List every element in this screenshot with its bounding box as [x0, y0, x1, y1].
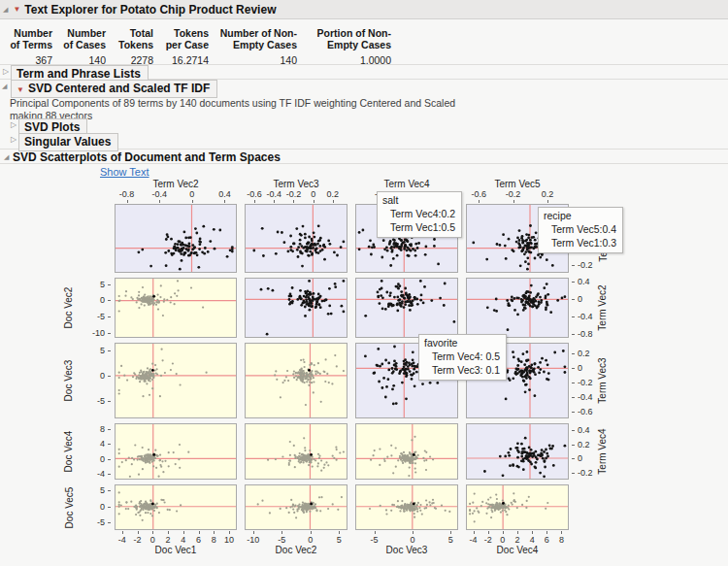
- scatter-panel-term-vec2-vs-term-vec5[interactable]: [466, 278, 569, 338]
- scatter-canvas: [246, 205, 347, 272]
- scatter-panel-doc-vec3-vs-doc-vec2[interactable]: [245, 343, 347, 418]
- axis-tick-mark: [108, 376, 111, 377]
- axis-tick-label: 0.2: [327, 189, 340, 199]
- axis-tick-mark: [159, 200, 160, 203]
- axis-tick-label: -4: [470, 535, 478, 545]
- axis-tick-mark: [572, 282, 575, 283]
- axis-tick-label: 0.2: [578, 440, 590, 449]
- axis-tick-label: -5: [97, 396, 105, 406]
- axis-tick-mark: [152, 531, 153, 534]
- axis-tick-label: 4: [181, 535, 185, 545]
- scatter-panel-doc-vec5-vs-doc-vec1[interactable]: [115, 484, 237, 530]
- axis-label-doc-vec4: Doc Vec4: [61, 423, 75, 480]
- axis-tick-label: 8: [559, 535, 564, 545]
- axis-tick-label: 0: [578, 453, 582, 463]
- jmp-report-window: ◢ ▼ Text Explorer for Potato Chip Produc…: [0, 0, 728, 566]
- axis-tick-mark: [517, 531, 518, 534]
- axis-tick-label: -0.2: [506, 189, 521, 199]
- axis-tick-label: -0.4: [151, 189, 167, 199]
- scatter-panel-doc-vec4-vs-doc-vec2[interactable]: [245, 423, 347, 480]
- axis-tick-label: 2: [514, 535, 519, 545]
- axis-tick-mark: [339, 531, 340, 534]
- axis-tick-mark: [108, 474, 111, 475]
- axis-tick-mark: [572, 383, 575, 383]
- axis-tick-mark: [168, 531, 169, 534]
- scatter-panel-doc-vec3-vs-doc-vec1[interactable]: [115, 343, 237, 418]
- scatter-canvas: [116, 424, 236, 479]
- scatter-canvas: [356, 424, 457, 479]
- axis-tick-mark: [183, 531, 184, 534]
- scatter-canvas: [356, 279, 457, 337]
- scatter-panel-term-vec1-vs-term-vec3[interactable]: [245, 204, 347, 273]
- scatter-panel-doc-vec4-vs-doc-vec3[interactable]: [355, 423, 458, 480]
- tooltip-value-line: Term Vec1:0.5: [382, 220, 455, 234]
- scatter-panel-doc-vec5-vs-doc-vec4[interactable]: [466, 484, 569, 530]
- tooltip-value-line: Term Vec3: 0.1: [424, 363, 500, 377]
- axis-tick-label: 5: [100, 346, 105, 355]
- tooltip-favorite: favoriteTerm Vec4: 0.5Term Vec3: 0.1: [418, 334, 507, 381]
- axis-tick-mark: [311, 531, 312, 534]
- axis-tick-mark: [293, 200, 294, 203]
- tooltip-term-label: favorite: [424, 337, 500, 349]
- axis-tick-mark: [547, 200, 548, 203]
- axis-tick-label: -0.8: [578, 329, 593, 339]
- axis-tick-label: -0.2: [578, 468, 593, 478]
- axis-label-doc-vec3: Doc Vec3: [61, 343, 75, 418]
- axis-tick-mark: [214, 531, 215, 534]
- axis-tick-mark: [513, 200, 514, 203]
- scatter-panel-term-vec1-vs-term-vec2[interactable]: [115, 204, 237, 273]
- scatter-panel-term-vec4-vs-term-vec5[interactable]: [466, 423, 569, 480]
- axis-tick-mark: [254, 200, 255, 203]
- axis-tick-label: 0: [100, 454, 105, 464]
- axis-label-term-vec3: Term Vec3: [595, 343, 609, 418]
- axis-ticks-bottom-doc-vec1: -4-20246810: [115, 531, 237, 545]
- scatter-canvas: [246, 485, 347, 529]
- axis-tick-mark: [572, 430, 575, 431]
- axis-tick-label: -0.2: [578, 378, 593, 387]
- axis-tick-mark: [122, 531, 123, 534]
- scatter-panel-doc-vec5-vs-doc-vec3[interactable]: [355, 484, 458, 530]
- scatter-panel-doc-vec2-vs-doc-vec1[interactable]: [115, 278, 237, 338]
- axis-tick-mark: [474, 531, 475, 534]
- axis-ticks-bottom-doc-vec3: -505: [355, 531, 458, 545]
- axis-tick-mark: [108, 522, 111, 523]
- scatter-panel-doc-vec4-vs-doc-vec1[interactable]: [115, 423, 237, 480]
- axis-tick-mark: [479, 200, 480, 203]
- axis-tick-mark: [108, 490, 111, 491]
- axis-tick-label: -5: [97, 312, 105, 321]
- axis-tick-label: 5: [448, 535, 453, 545]
- axis-tick-mark: [274, 200, 275, 203]
- axis-tick-label: -10: [92, 328, 105, 338]
- axis-tick-mark: [503, 531, 504, 534]
- axis-label-term-vec5: Term Vec5: [466, 179, 569, 189]
- scatter-panel-doc-vec5-vs-doc-vec2[interactable]: [245, 484, 347, 530]
- axis-tick-label: 0.2: [578, 349, 590, 358]
- scatter-panel-term-vec2-vs-term-vec3[interactable]: [245, 278, 347, 338]
- scatter-panel-term-vec2-vs-term-vec4[interactable]: [355, 278, 458, 338]
- axis-tick-mark: [108, 507, 111, 508]
- axis-tick-label: 5: [100, 280, 105, 289]
- axis-tick-mark: [108, 401, 111, 402]
- axis-ticks-top-term-vec3: -0.6-0.4-0.200.2: [245, 189, 347, 203]
- scatter-canvas: [356, 485, 457, 529]
- axis-tick-mark: [572, 368, 575, 369]
- axis-tick-label: 6: [196, 535, 201, 545]
- axis-tick-mark: [413, 531, 414, 534]
- axis-tick-mark: [199, 531, 200, 534]
- axis-tick-label: 0: [578, 294, 582, 304]
- axis-label-doc-vec5: Doc Vec5: [61, 484, 75, 530]
- axis-tick-mark: [572, 353, 575, 354]
- axis-tick-mark: [333, 200, 334, 203]
- axis-tick-label: -0.2: [286, 189, 302, 199]
- axis-tick-label: -0.6: [247, 189, 262, 199]
- axis-tick-mark: [450, 531, 451, 534]
- axis-tick-label: 0.2: [542, 189, 554, 199]
- axis-tick-mark: [108, 444, 111, 445]
- axis-tick-label: -2: [134, 535, 142, 545]
- axis-tick-label: -5: [278, 535, 285, 545]
- axis-ticks-top-term-vec5: -0.6-0.20.2: [466, 189, 569, 203]
- axis-tick-mark: [572, 299, 575, 300]
- axis-tick-label: 0: [410, 535, 414, 545]
- axis-tick-mark: [572, 334, 575, 335]
- axis-tick-label: 0: [578, 363, 582, 373]
